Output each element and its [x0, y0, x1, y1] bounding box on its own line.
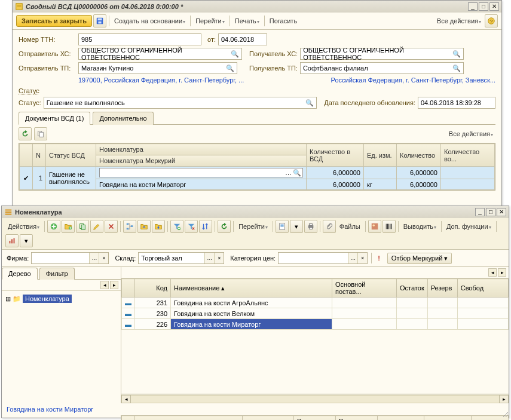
- search-icon[interactable]: 🔍: [452, 50, 461, 58]
- maximize-button[interactable]: □: [479, 2, 488, 11]
- copy-icon[interactable]: [34, 127, 47, 140]
- col-unit[interactable]: Ед. изм.: [364, 144, 397, 167]
- grid-all-actions[interactable]: Все действия▾: [446, 129, 495, 139]
- dropdown-icon[interactable]: ▾: [20, 234, 33, 247]
- col-stock[interactable]: Остаток: [243, 416, 294, 421]
- list-item[interactable]: ▬ 231 Говядина на кости АгроАльянс: [122, 298, 509, 308]
- updated-input[interactable]: 04.06.2018 18:39:28: [418, 97, 495, 109]
- ellipsis-icon[interactable]: …: [285, 169, 292, 176]
- nav-left-icon[interactable]: ◂: [100, 281, 109, 289]
- mercury-filter-button[interactable]: Отбор Меркурий ▾: [387, 253, 452, 264]
- delete-icon[interactable]: [105, 220, 118, 233]
- print-icon[interactable]: [304, 220, 317, 233]
- attach-icon[interactable]: [323, 220, 336, 233]
- search-icon[interactable]: 🔍: [305, 99, 314, 107]
- copy-icon[interactable]: [76, 220, 89, 233]
- tree-root-label[interactable]: Номенклатура: [23, 295, 72, 303]
- list-item[interactable]: ▬ 226 Говядина на кости Мираторг: [122, 319, 509, 330]
- print-menu[interactable]: Печать▾: [232, 16, 262, 26]
- actions-menu[interactable]: Действия▾: [5, 222, 42, 231]
- report-icon[interactable]: [276, 220, 289, 233]
- nav-right-icon[interactable]: ▸: [110, 281, 118, 289]
- close-button[interactable]: ✕: [489, 2, 499, 11]
- expand-icon[interactable]: ⊞: [5, 295, 11, 303]
- tree-tab-filter[interactable]: Фильтр: [39, 268, 75, 280]
- help-icon[interactable]: ?: [485, 14, 498, 27]
- move-to-icon[interactable]: [152, 220, 165, 233]
- titlebar[interactable]: Сводный ВСД Ц00000006 от 04.06.2018 0:00…: [13, 1, 501, 13]
- sender-tp-input[interactable]: Магазин Купчино🔍: [78, 62, 237, 74]
- col-status[interactable]: Статус ВСД: [46, 144, 96, 167]
- save-close-button[interactable]: Записать и закрыть: [16, 15, 92, 27]
- barcode-icon[interactable]: [383, 220, 396, 233]
- add-icon[interactable]: [47, 220, 60, 233]
- detail-grid[interactable]: Характеристика Остаток Резерв по ... Рез…: [121, 415, 509, 420]
- sender-hs-input[interactable]: ОБЩЕСТВО С ОГРАНИЧЕННОЙ ОТВЕТСТВЕННОС🔍: [78, 48, 242, 60]
- col-code[interactable]: Код: [135, 279, 171, 298]
- nav-left-icon[interactable]: ◂: [488, 268, 497, 277]
- recipient-address-link[interactable]: Российская Федерация, г. Санкт-Петербург…: [331, 76, 495, 84]
- refresh-icon[interactable]: [218, 220, 231, 233]
- vsd-grid[interactable]: N Статус ВСД Номенклатура Количество в В…: [19, 143, 495, 191]
- all-actions-menu[interactable]: Все действия▾: [434, 16, 484, 26]
- filter-clear-icon[interactable]: [185, 220, 198, 233]
- goto-menu[interactable]: Перейти▾: [236, 222, 270, 231]
- ttn-input[interactable]: 985: [78, 33, 201, 45]
- sklad-combo[interactable]: Торговый зал…×: [138, 252, 224, 264]
- filter-plus-icon[interactable]: [170, 220, 183, 233]
- tree-tab-tree[interactable]: Дерево: [2, 268, 38, 280]
- hierarchy-icon[interactable]: [123, 220, 136, 233]
- col-qty[interactable]: Количество: [397, 144, 441, 167]
- pogasit-button[interactable]: Погасить: [267, 16, 299, 26]
- col-rez2[interactable]: Резерв по ...: [336, 416, 378, 421]
- col-stock[interactable]: Остаток: [397, 279, 428, 298]
- col-free[interactable]: Свободный...: [424, 416, 471, 421]
- sender-address-link[interactable]: 197000, Российская Федерация, г. Санкт-П…: [78, 76, 244, 84]
- save-icon[interactable]: [93, 14, 106, 27]
- date-input[interactable]: 04.06.2018: [218, 33, 267, 45]
- col-plan[interactable]: Планируем...: [378, 416, 424, 421]
- recipient-hs-input[interactable]: ОБЩЕСТВО С ОГРАНИЧЕННОЙ ОТВЕТСТВЕННОС🔍: [300, 48, 464, 60]
- tree-root-row[interactable]: ⊞ 📁 Номенклатура: [5, 295, 117, 303]
- table-row[interactable]: ✔ 1 Гашение не выполнялось … 🔍 6,000000 …: [20, 167, 495, 179]
- col-qty-vsd[interactable]: Количество в ВСД: [307, 144, 364, 167]
- image-icon[interactable]: [368, 220, 381, 233]
- col-reserve[interactable]: Резерв: [427, 279, 457, 298]
- list-item[interactable]: ▬ 230 Говядина на кости Велком: [122, 308, 509, 319]
- search-icon[interactable]: 🔍: [293, 169, 301, 177]
- col-name[interactable]: Наименование ▴: [171, 279, 332, 298]
- col-supplier[interactable]: Основной постав...: [332, 279, 397, 298]
- col-qty-in[interactable]: Количество во...: [441, 144, 495, 167]
- edit-icon[interactable]: [90, 220, 103, 233]
- tab-extra[interactable]: Дополнительно: [93, 112, 153, 125]
- create-based-menu[interactable]: Создать на основании▾: [112, 16, 188, 26]
- col-n[interactable]: N: [33, 144, 46, 167]
- close-button[interactable]: ✕: [497, 208, 506, 216]
- chart-icon[interactable]: [5, 234, 19, 247]
- resize-grip-icon[interactable]: [501, 410, 509, 418]
- refresh-icon[interactable]: [19, 127, 32, 140]
- minimize-button[interactable]: _: [475, 208, 485, 216]
- output-menu[interactable]: Выводить▾: [401, 222, 439, 231]
- tab-docs[interactable]: Документы ВСД (1): [19, 112, 90, 125]
- move-up-icon[interactable]: [137, 220, 151, 233]
- dropdown-icon[interactable]: ▾: [290, 220, 303, 233]
- files-menu[interactable]: Файлы: [337, 222, 363, 231]
- nomenclature-list[interactable]: Код Наименование ▴ Основной постав... Ос…: [121, 278, 509, 394]
- col-rez1[interactable]: Резерв по ...: [294, 416, 336, 421]
- sort-icon[interactable]: [199, 220, 212, 233]
- scroll-left-icon[interactable]: ◂: [121, 395, 131, 403]
- status-input[interactable]: Гашение не выполнялось🔍: [44, 97, 317, 109]
- extra-fn-menu[interactable]: Доп. функции▾: [444, 222, 494, 231]
- maximize-button[interactable]: □: [486, 208, 495, 216]
- nav-right-icon[interactable]: ▸: [498, 268, 506, 277]
- minimize-button[interactable]: _: [468, 2, 478, 11]
- recipient-tp-input[interactable]: СофтБаланс филиал🔍: [300, 62, 464, 74]
- col-char[interactable]: Характеристика: [135, 416, 243, 421]
- search-icon[interactable]: 🔍: [452, 65, 461, 72]
- col-nomen-mercury[interactable]: Номенклатура Меркурий: [96, 155, 307, 167]
- titlebar[interactable]: Номенклатура _ □ ✕: [2, 206, 509, 218]
- nomen-cell-input[interactable]: … 🔍: [99, 168, 303, 177]
- price-combo[interactable]: …×: [278, 252, 368, 264]
- search-icon[interactable]: 🔍: [231, 50, 239, 58]
